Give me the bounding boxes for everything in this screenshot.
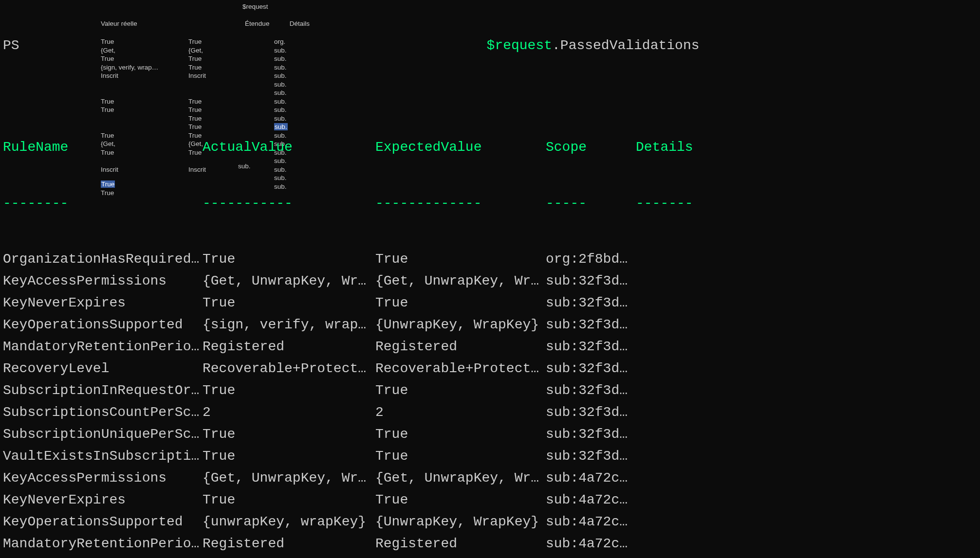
header-actualvalue: ActualValue: [203, 139, 370, 156]
cell-rulename: RecoveryLevel: [3, 360, 203, 377]
cell-scope: org:2f8bd…: [546, 251, 631, 268]
cell-expectedvalue: True: [375, 294, 543, 311]
cell-expectedvalue: True: [375, 382, 543, 399]
table-row: OrganizationHasRequired…TrueTrueorg:2f8b…: [3, 251, 699, 272]
cell-expectedvalue: Registered: [375, 338, 543, 355]
cell-expectedvalue: {UnwrapKey, WrapKey}: [375, 316, 543, 333]
ps-command: $request: [487, 38, 552, 53]
cell-scope: sub:32f3d…: [546, 338, 631, 355]
cell-rulename: OrganizationHasRequired…: [3, 251, 203, 268]
cell-rulename: MandatoryRetentionPerio…: [3, 535, 203, 552]
cell-expectedvalue: True: [375, 448, 543, 465]
cell-expectedvalue: {Get, UnwrapKey, Wr…: [375, 469, 543, 486]
cell-expectedvalue: True: [375, 426, 543, 443]
cell-scope: sub:4a72c…: [546, 469, 631, 486]
table-divider: ----------------------------------------…: [3, 195, 699, 216]
header-rulename: RuleName: [3, 139, 203, 156]
cell-actualvalue: True: [203, 251, 370, 268]
cell-scope: sub:32f3d…: [546, 294, 631, 311]
table-row: SubscriptionsCountPerSc…22sub:32f3d…: [3, 404, 699, 426]
cell-rulename: SubscriptionInRequestOr…: [3, 382, 203, 399]
cell-rulename: KeyAccessPermissions: [3, 469, 203, 486]
cell-rulename: KeyNeverExpires: [3, 491, 203, 508]
cell-expectedvalue: Registered: [375, 535, 543, 552]
cell-rulename: KeyOperationsSupported: [3, 316, 203, 333]
cell-actualvalue: {sign, verify, wrap…: [203, 316, 370, 333]
divider-details: -------: [636, 195, 694, 212]
cell-scope: sub:32f3d…: [546, 448, 631, 465]
terminal-output[interactable]: PS$request.PassedValidations RuleNameAct…: [0, 0, 702, 558]
table-row: KeyNeverExpiresTrueTruesub:4a72c…: [3, 491, 699, 513]
table-row: KeyOperationsSupported{unwrapKey, wrapKe…: [3, 513, 699, 535]
table-row: RecoveryLevelRecoverable+Protect…Recover…: [3, 360, 699, 382]
cell-scope: sub:32f3d…: [546, 360, 631, 377]
cell-rulename: KeyOperationsSupported: [3, 513, 203, 530]
cell-expectedvalue: Recoverable+Protect…: [375, 360, 543, 377]
cell-actualvalue: True: [203, 382, 370, 399]
cell-expectedvalue: {Get, UnwrapKey, Wr…: [375, 272, 543, 289]
table-row: SubscriptionInRequestOr…TrueTruesub:32f3…: [3, 382, 699, 404]
cell-actualvalue: True: [203, 426, 370, 443]
prompt-line: PS$request.PassedValidations: [3, 37, 699, 54]
header-expectedvalue: ExpectedValue: [375, 139, 543, 156]
cell-expectedvalue: 2: [375, 404, 543, 421]
cell-actualvalue: Registered: [203, 535, 370, 552]
cell-scope: sub:4a72c…: [546, 513, 631, 530]
ps-member: .PassedValidations: [552, 38, 699, 53]
table-row: KeyNeverExpiresTrueTruesub:32f3d…: [3, 294, 699, 316]
table-row: KeyOperationsSupported{sign, verify, wra…: [3, 316, 699, 338]
cell-scope: sub:32f3d…: [546, 404, 631, 421]
table-row: MandatoryRetentionPerio…RegisteredRegist…: [3, 338, 699, 360]
table-row: KeyAccessPermissions{Get, UnwrapKey, Wr……: [3, 272, 699, 294]
cell-rulename: KeyAccessPermissions: [3, 272, 203, 289]
divider-expectedvalue: -------------: [375, 195, 543, 212]
cell-scope: sub:32f3d…: [546, 426, 631, 443]
header-scope: Scope: [546, 139, 631, 156]
cell-actualvalue: 2: [203, 404, 370, 421]
cell-actualvalue: True: [203, 294, 370, 311]
cell-actualvalue: {Get, UnwrapKey, Wr…: [203, 469, 370, 486]
cell-actualvalue: Recoverable+Protect…: [203, 360, 370, 377]
table-row: KeyAccessPermissions{Get, UnwrapKey, Wr……: [3, 469, 699, 491]
cell-scope: sub:4a72c…: [546, 491, 631, 508]
cell-actualvalue: {Get, UnwrapKey, Wr…: [203, 272, 370, 289]
cell-rulename: SubscriptionsCountPerSc…: [3, 404, 203, 421]
cell-rulename: KeyNeverExpires: [3, 294, 203, 311]
cell-expectedvalue: True: [375, 251, 543, 268]
header-details: Details: [636, 139, 694, 156]
cell-rulename: MandatoryRetentionPerio…: [3, 338, 203, 355]
table-header: RuleNameActualValueExpectedValueScopeDet…: [3, 139, 699, 161]
table-row: SubscriptionUniquePerSc…TrueTruesub:32f3…: [3, 426, 699, 448]
divider-scope: -----: [546, 195, 631, 212]
cell-actualvalue: {unwrapKey, wrapKey}: [203, 513, 370, 530]
table-row: MandatoryRetentionPerio…RegisteredRegist…: [3, 535, 699, 557]
ps-prefix: PS: [3, 38, 19, 53]
divider-rulename: --------: [3, 195, 203, 212]
cell-expectedvalue: True: [375, 491, 543, 508]
divider-actualvalue: -----------: [203, 195, 370, 212]
cell-scope: sub:32f3d…: [546, 272, 631, 289]
cell-actualvalue: True: [203, 491, 370, 508]
cell-actualvalue: Registered: [203, 338, 370, 355]
table-row: VaultExistsInSubscripti…TrueTruesub:32f3…: [3, 448, 699, 469]
cell-rulename: VaultExistsInSubscripti…: [3, 448, 203, 465]
cell-scope: sub:32f3d…: [546, 316, 631, 333]
cell-expectedvalue: {UnwrapKey, WrapKey}: [375, 513, 543, 530]
cell-rulename: SubscriptionUniquePerSc…: [3, 426, 203, 443]
cell-scope: sub:4a72c…: [546, 535, 631, 552]
cell-actualvalue: True: [203, 448, 370, 465]
cell-scope: sub:32f3d…: [546, 382, 631, 399]
